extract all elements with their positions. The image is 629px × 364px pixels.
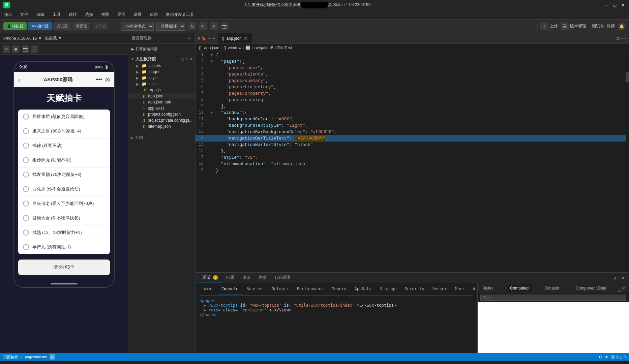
new-file-btn[interactable]: + [178,57,180,62]
phone-more-btn[interactable]: ••• [96,76,102,83]
refresh-tree-btn[interactable]: ↻ [185,57,189,62]
maximize-button[interactable]: □ [612,2,618,8]
component-data-tab[interactable]: Component Data [572,284,610,292]
breadcrumb-window[interactable]: {} window [223,46,241,50]
status-settings-btn[interactable]: ⚙ [599,355,602,359]
menu-project[interactable]: 项目 [3,11,13,18]
radio-1[interactable] [23,114,29,120]
radio-9[interactable] [23,230,29,236]
list-item[interactable]: 健康饮食 (你不吃洋快餐) [18,211,110,225]
menu-tools[interactable]: 工具 [51,11,62,18]
more-tabs-btn[interactable]: ⋯ [622,36,626,41]
radio-2[interactable] [23,128,29,134]
menu-file[interactable]: 文件 [19,11,30,18]
visual-button[interactable]: 可视化 [72,22,90,30]
radio-8[interactable] [23,215,29,221]
status-eye-btn[interactable]: 👁 [605,355,608,359]
split-editor-btn[interactable]: ⧉ [616,35,620,41]
list-item[interactable]: 戒律 (赌毒不沾) [18,139,110,153]
outline-section[interactable]: ▶ 大纲 [128,133,195,142]
radio-4[interactable] [23,157,29,163]
camera-btn[interactable]: 📷 [220,22,229,30]
subtab-performance[interactable]: Performance [293,286,328,295]
collapse-tree-btn[interactable]: ≡ [190,57,192,62]
msg-btn[interactable]: 🔔 [618,22,626,30]
simulator-button[interactable]: 📱 模拟器 [3,22,27,30]
expand-arrow-toptips[interactable]: ▶ [204,303,206,308]
debug-tab-output[interactable]: 输出 [238,273,254,282]
list-item[interactable]: 早产儿 (所有属性-1) [18,240,110,254]
wxml-view[interactable]: ▶ <view class= "container" >…</view> [204,308,473,312]
radio-7[interactable] [23,201,29,207]
menu-interface[interactable]: 界面 [116,11,127,18]
list-item[interactable]: 白化病 (你不会遭遇抢劫) [18,182,110,196]
file-projectconfig[interactable]: {} project.config.json [128,111,195,117]
cloud-button[interactable]: 云开发 [92,22,110,30]
list-item[interactable]: 易胖体质 (颜值更容易降低) [18,110,110,124]
test-btn[interactable]: 测试号 [592,23,604,29]
minimize-button[interactable]: ─ [604,2,609,8]
version-btn[interactable]: 版本管理 [570,23,586,29]
subtab-sources[interactable]: Sources [242,286,268,295]
subtab-appdata[interactable]: AppData [350,286,376,295]
folder-style[interactable]: ▶ 📁 style [128,75,195,81]
settings-btn[interactable]: ⚙ [210,22,218,30]
editor-button[interactable]: </> 编辑器 [28,22,52,30]
subtab-console[interactable]: Console [217,286,243,295]
debug-tab-problems[interactable]: 问题 [222,273,238,282]
menu-edit[interactable]: 编辑 [35,11,46,18]
copy-path-btn[interactable]: ⎘ [50,354,55,360]
compile-select[interactable]: 普通编译 [156,22,185,31]
collapse-1[interactable]: ▼ [209,52,214,58]
menu-wechat-tools[interactable]: 微信开发者工具 [164,11,196,18]
tab-close-appjson[interactable]: ✕ [244,36,248,41]
new-folder-btn[interactable]: □ [182,57,184,62]
rotate-btn[interactable]: ↺ [3,46,10,53]
vertical-scrollbar[interactable] [626,52,629,272]
radio-10[interactable] [23,244,29,250]
phone-back-btn[interactable]: ‹ [18,76,21,84]
tab-appjson[interactable]: {} app.json ✕ [218,33,252,43]
close-button[interactable]: ✕ [620,2,626,8]
record-btn[interactable]: ⏺ [12,46,20,53]
subtab-memory[interactable]: Memory [328,286,350,295]
folder-assets[interactable]: ▶ 📁 assets [128,63,195,69]
eye-button[interactable]: 👁 [199,22,207,30]
file-appwxss[interactable]: ≈ app.wxss [128,105,195,111]
list-item[interactable]: 迅来之财 (90岁时家境+4) [18,124,110,139]
back-btn[interactable]: ← [208,36,212,41]
folder-pages[interactable]: ▶ 📁 pages [128,69,195,75]
upload-btn[interactable]: 上传 [550,23,558,29]
version-icon-btn[interactable]: ☰ [561,22,569,30]
screenshot-btn[interactable]: 📸 [22,46,29,53]
subtab-security[interactable]: Security [401,286,428,295]
collapse-10[interactable]: ▼ [209,110,214,116]
phone-submit-btn[interactable]: 请选择3个 [18,260,110,275]
device-label[interactable]: iPhone X 100% 16 ▼ [3,36,42,41]
scrollbar-thumb[interactable] [626,72,629,82]
debugger-button[interactable]: 调试器 [53,22,71,30]
expand-arrow-view[interactable]: ▶ [204,308,206,312]
sidebar-collapse-btn[interactable]: ≡ [198,36,200,41]
wxml-toptips[interactable]: ▶ <wux-toptips id= "wux-toptips" is= "ut… [204,303,473,308]
folder-utils[interactable]: ▶ 📁 utils [128,81,195,87]
refresh-button[interactable]: ↻ [188,22,196,30]
file-projectprivate[interactable]: {} project.private.config.js... [128,117,195,123]
menu-settings[interactable]: 设置 [132,11,143,18]
subtab-mock[interactable]: Mock [451,286,469,295]
menu-help[interactable]: 帮助 [148,11,159,18]
breadcrumb-navtext[interactable]: 🔤 navigationBarTitleText [245,46,292,50]
menu-view[interactable]: 视图 [100,11,111,18]
project-header[interactable]: ▼ 人生恢开模... + □ ↻ ≡ [128,56,195,63]
debug-expand-btn[interactable]: ∧ [612,275,618,281]
subtab-sensor[interactable]: Sensor [428,286,451,295]
debug-close-btn[interactable]: ✕ [620,275,626,281]
collapse-2[interactable]: ▼ [209,58,214,65]
subtab-storage[interactable]: Storage [376,286,401,295]
computed-tab[interactable]: Computed [507,284,532,292]
mode-select[interactable]: 小程序模式 [121,22,154,31]
debug-tab-quality[interactable]: 代码质量 [271,273,295,282]
list-item[interactable]: 成熟 (12、18岁时智力+1) [18,225,110,240]
detail-btn[interactable]: 详情 [607,23,615,29]
subtab-network[interactable]: Network [268,286,293,295]
